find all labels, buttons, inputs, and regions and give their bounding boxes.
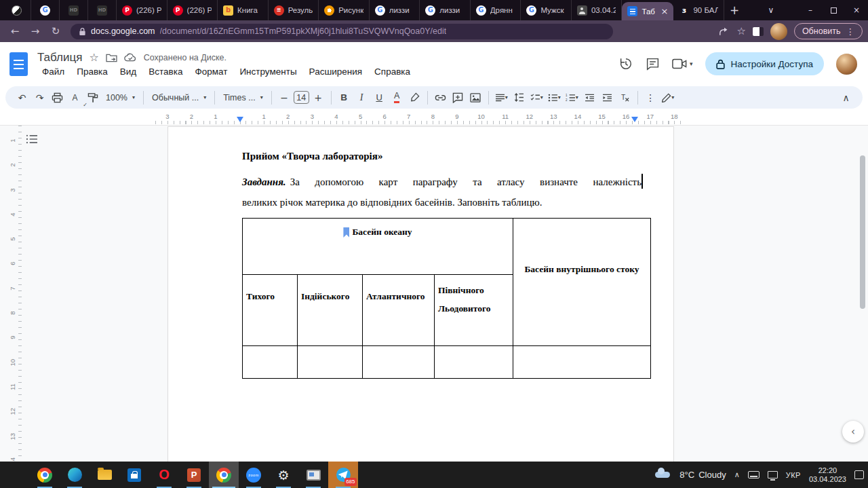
video-call-button[interactable]: ▾ <box>672 58 693 69</box>
browser-tab[interactable]: з 90 БАЛ <box>673 0 724 20</box>
browser-tab[interactable]: Таб × <box>622 2 673 20</box>
browser-tab[interactable]: G <box>31 0 60 20</box>
table-cell-empty[interactable] <box>298 346 363 378</box>
browser-tab[interactable] <box>3 0 31 20</box>
update-chrome-button[interactable]: Обновить ⋮ <box>794 23 863 39</box>
account-avatar[interactable] <box>836 54 857 75</box>
star-document-icon[interactable]: ☆ <box>89 51 98 64</box>
move-to-folder-icon[interactable] <box>106 53 117 62</box>
table-cell-empty[interactable] <box>513 346 650 378</box>
taskbar-app-button[interactable] <box>90 462 119 488</box>
table-cell-empty[interactable] <box>435 346 513 378</box>
show-hidden-icons-chevron[interactable]: ∧ <box>734 470 740 479</box>
align-icon[interactable]: ▾ <box>493 89 510 107</box>
bookmark-star-icon[interactable]: ☆ <box>736 25 745 37</box>
underline-icon[interactable]: U <box>371 89 388 107</box>
hide-menus-icon[interactable]: ∧ <box>837 89 854 107</box>
bulleted-list-icon[interactable]: ▾ <box>546 89 563 107</box>
tab-search-icon[interactable]: ∨ <box>760 0 783 20</box>
redo-icon[interactable]: ↷ <box>31 89 48 107</box>
browser-tab[interactable]: Рисунк <box>319 0 370 20</box>
menu-item[interactable]: Вставка <box>144 66 187 77</box>
table-cell-column-header[interactable]: Тихого <box>243 275 298 346</box>
browser-tab[interactable]: b Книга <box>218 0 269 20</box>
italic-icon[interactable]: I <box>353 89 370 107</box>
browser-profile-avatar[interactable] <box>770 23 787 40</box>
table-cell-column-header[interactable]: Атлантичного <box>363 275 435 346</box>
right-indent-marker[interactable] <box>631 117 638 122</box>
action-center-icon[interactable] <box>854 470 864 479</box>
taskbar-app-button[interactable]: ⚙ <box>269 462 298 488</box>
taskbar-app-button[interactable]: O <box>149 462 179 488</box>
browser-tab[interactable]: HD <box>88 0 117 20</box>
new-tab-button[interactable]: + <box>724 0 745 20</box>
share-page-icon[interactable] <box>719 26 730 37</box>
close-button[interactable]: × <box>845 0 868 20</box>
spellcheck-icon[interactable]: A <box>66 89 83 107</box>
clear-formatting-icon[interactable]: T <box>616 89 633 107</box>
add-comment-icon[interactable] <box>450 89 467 107</box>
increase-indent-icon[interactable] <box>599 89 616 107</box>
numbered-list-icon[interactable]: 12 ▾ <box>564 89 580 107</box>
more-options-icon[interactable]: ⋮ <box>642 89 659 107</box>
browser-tab[interactable]: HD <box>60 0 88 20</box>
decrease-indent-icon[interactable] <box>581 89 598 107</box>
taskbar-app-button[interactable] <box>30 462 60 488</box>
menu-item[interactable]: Правка <box>72 66 113 77</box>
insert-link-icon[interactable] <box>432 89 449 107</box>
weather-cloud-icon[interactable] <box>655 472 670 478</box>
version-history-icon[interactable] <box>618 56 633 71</box>
table-cell-column-header[interactable]: Північного Льодовитого <box>435 275 513 346</box>
checklist-icon[interactable]: ▾ <box>528 89 545 107</box>
insert-image-icon[interactable] <box>467 89 484 107</box>
side-panel-icon[interactable] <box>753 27 764 36</box>
decrease-font-icon[interactable]: − <box>276 89 293 107</box>
taskbar-app-button[interactable] <box>0 462 30 488</box>
comments-icon[interactable] <box>646 57 660 71</box>
browser-tab[interactable]: P (226) P <box>167 0 218 20</box>
table-cell-empty[interactable] <box>363 346 435 378</box>
bold-icon[interactable]: B <box>336 89 353 107</box>
network-display-icon[interactable] <box>768 471 778 478</box>
undo-icon[interactable]: ↶ <box>14 89 31 107</box>
browser-menu-kebab-icon[interactable]: ⋮ <box>846 26 855 37</box>
reload-icon[interactable]: ↻ <box>46 22 65 41</box>
left-indent-marker[interactable] <box>237 117 243 122</box>
table-cell-column-header[interactable]: Індійського <box>298 275 363 346</box>
editing-mode-button[interactable]: ▾ <box>660 89 677 107</box>
taskbar-app-button[interactable] <box>119 462 149 488</box>
url-bar[interactable]: docs.google.com /document/d/16ZnEGmm15Tm… <box>71 24 613 39</box>
share-settings-button[interactable]: Настройки Доступа <box>705 52 824 75</box>
menu-item[interactable]: Формат <box>190 66 232 77</box>
back-icon[interactable]: ← <box>5 22 24 41</box>
print-icon[interactable] <box>49 89 66 107</box>
menu-item[interactable]: Файл <box>37 66 69 77</box>
weather-widget[interactable]: 8°C Cloudy <box>679 470 726 480</box>
maximize-button[interactable] <box>822 0 845 20</box>
doc-table[interactable]: Басейн океану Басейн внутрішнього стоку … <box>242 218 651 379</box>
collapse-side-panel-button[interactable]: ‹ <box>842 421 864 443</box>
zoom-select[interactable]: 100%▾ <box>102 93 139 102</box>
document-title[interactable]: Таблиця <box>37 51 82 64</box>
paragraph-style-select[interactable]: Обычный ...▾ <box>148 93 210 102</box>
language-indicator[interactable]: УКР <box>786 471 801 479</box>
taskbar-app-button[interactable] <box>209 462 239 488</box>
clock[interactable]: 22:20 03.04.2023 <box>809 466 846 484</box>
touch-keyboard-icon[interactable] <box>748 471 760 478</box>
menu-item[interactable]: Инструменты <box>235 66 301 77</box>
minimize-button[interactable]: – <box>799 0 822 20</box>
document-page[interactable]: Прийом «Творча лабораторія» Завдання.За … <box>167 126 674 462</box>
taskbar-app-button[interactable]: zoom <box>239 462 269 488</box>
tab-close-icon[interactable]: × <box>661 6 669 16</box>
menu-item[interactable]: Справка <box>370 66 415 77</box>
taskbar-app-button[interactable] <box>298 462 328 488</box>
browser-tab[interactable]: G Дрянн <box>471 0 521 20</box>
taskbar-app-button[interactable] <box>60 462 90 488</box>
google-docs-icon[interactable] <box>9 52 28 76</box>
browser-tab[interactable]: G лиззи <box>420 0 471 20</box>
table-cell-ocean-header[interactable]: Басейн океану <box>243 219 513 275</box>
taskbar-app-button[interactable]: 685 <box>328 462 358 488</box>
taskbar-app-button[interactable]: P <box>179 462 209 488</box>
document-outline-icon[interactable] <box>26 134 38 147</box>
font-size-field[interactable]: 14 <box>294 91 309 104</box>
